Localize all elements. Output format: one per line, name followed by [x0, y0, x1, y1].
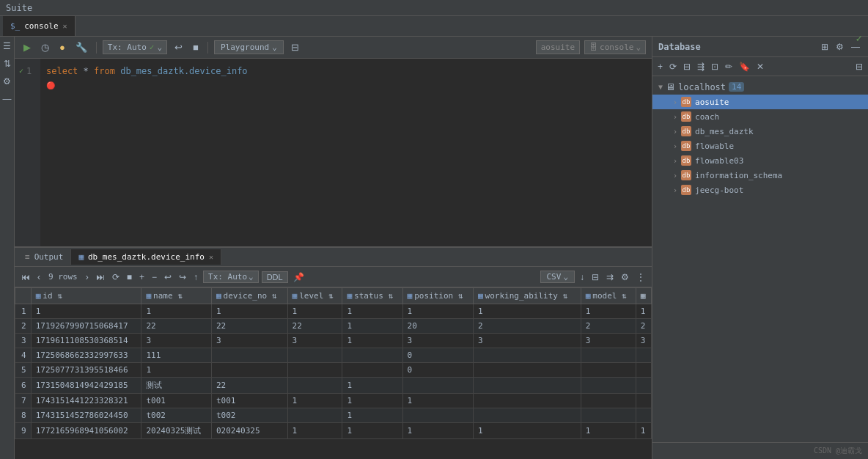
- remove-row-btn[interactable]: −: [150, 271, 159, 284]
- db-item-flowable03[interactable]: › db flowable03: [652, 153, 868, 168]
- cell-extra[interactable]: 1: [636, 304, 651, 319]
- cell-working_ability[interactable]: [473, 348, 581, 363]
- db-server-localhost[interactable]: ▼ 🖥 localhost 14: [652, 79, 868, 95]
- download-btn[interactable]: ↓: [578, 271, 586, 284]
- cell-id[interactable]: 1772165968941056002: [31, 423, 141, 439]
- db-bookmark-btn[interactable]: 🔖: [737, 60, 752, 73]
- cell-id[interactable]: 1725068662332997633: [31, 348, 141, 363]
- db-item-coach[interactable]: › db coach: [652, 109, 868, 124]
- user-console[interactable]: 🗄 console ⌄: [584, 40, 646, 54]
- tab-output[interactable]: ≡ Output: [18, 249, 71, 265]
- tab-console-close[interactable]: ✕: [63, 22, 67, 30]
- first-page-btn[interactable]: ⏮: [19, 271, 32, 284]
- redo-results-btn[interactable]: ↪: [177, 271, 188, 284]
- db-item-jeecg-boot[interactable]: › db jeecg-boot: [652, 183, 868, 197]
- db-item-aosuite[interactable]: › db aosuite: [652, 95, 868, 109]
- table-row[interactable]: 9177216596894105600220240325测试0202403251…: [15, 423, 652, 439]
- cell-position[interactable]: 0: [402, 363, 473, 378]
- undo-results-btn[interactable]: ↩: [162, 271, 174, 284]
- db-link-btn[interactable]: ⇶: [695, 60, 707, 73]
- up-btn[interactable]: ↑: [191, 271, 200, 284]
- table-row[interactable]: 417250686623329976331110: [15, 348, 652, 363]
- db-edit-btn[interactable]: ✏: [723, 60, 735, 73]
- table-row[interactable]: 81743151452786024450t002t0021: [15, 408, 652, 423]
- cell-extra[interactable]: 1: [636, 423, 651, 439]
- cell-working_ability[interactable]: 1: [473, 304, 581, 319]
- cell-status[interactable]: [342, 348, 402, 363]
- cell-device_no[interactable]: t002: [211, 408, 287, 423]
- cell-working_ability[interactable]: [473, 408, 581, 423]
- cell-name[interactable]: 22: [141, 319, 212, 334]
- refresh-btn[interactable]: ⟳: [110, 271, 122, 284]
- cell-name[interactable]: 111: [141, 348, 212, 363]
- cell-model[interactable]: [581, 394, 636, 408]
- cell-model[interactable]: 2: [581, 319, 636, 334]
- cell-level[interactable]: 1: [287, 394, 342, 408]
- db-item-information-schema[interactable]: › db information_schema: [652, 168, 868, 183]
- cell-working_ability[interactable]: [473, 378, 581, 394]
- cell-id[interactable]: 1719611108530368514: [31, 334, 141, 348]
- format-button[interactable]: 🔧: [73, 40, 90, 54]
- editor-content[interactable]: select * from db_mes_daztk.device_info 🔴: [40, 59, 652, 246]
- cell-name[interactable]: 3: [141, 334, 212, 348]
- cell-level[interactable]: [287, 363, 342, 378]
- cell-name[interactable]: 20240325测试: [141, 423, 212, 439]
- cell-level[interactable]: 22: [287, 319, 342, 334]
- more-results-btn[interactable]: ⋮: [634, 271, 647, 284]
- cell-level[interactable]: [287, 348, 342, 363]
- cell-device_no[interactable]: t001: [211, 394, 287, 408]
- table-row[interactable]: 61731504814942429185测试221: [15, 378, 652, 394]
- cell-level[interactable]: 1: [287, 304, 342, 319]
- table-row[interactable]: 21719267990715068417222222120222: [15, 319, 652, 334]
- cell-status[interactable]: 1: [342, 304, 402, 319]
- cell-extra[interactable]: [636, 363, 651, 378]
- cell-extra[interactable]: [636, 348, 651, 363]
- next-page-btn[interactable]: ›: [84, 271, 91, 284]
- cell-status[interactable]: 1: [342, 394, 402, 408]
- stop-results-btn[interactable]: ■: [125, 271, 134, 284]
- cell-extra[interactable]: 3: [636, 334, 651, 348]
- db-item-flowable[interactable]: › db flowable: [652, 139, 868, 153]
- cell-extra[interactable]: [636, 394, 651, 408]
- cell-device_no[interactable]: [211, 363, 287, 378]
- cell-level[interactable]: [287, 408, 342, 423]
- cell-name[interactable]: 1: [141, 304, 212, 319]
- cell-status[interactable]: [342, 363, 402, 378]
- cell-model[interactable]: 3: [581, 334, 636, 348]
- columns-btn[interactable]: ⇉: [604, 271, 616, 284]
- cell-position[interactable]: 0: [402, 348, 473, 363]
- cell-position[interactable]: 3: [402, 334, 473, 348]
- tab-table-close[interactable]: ✕: [209, 253, 213, 261]
- db-refresh-btn[interactable]: ⟳: [667, 60, 679, 73]
- tx-results-dropdown[interactable]: Tx: Auto ⌄: [203, 271, 259, 283]
- cell-status[interactable]: 1: [342, 334, 402, 348]
- table-row[interactable]: 1111111111: [15, 304, 652, 319]
- cell-position[interactable]: 20: [402, 319, 473, 334]
- cell-working_ability[interactable]: [473, 394, 581, 408]
- tab-console[interactable]: $_ console ✕: [3, 16, 76, 36]
- run-button[interactable]: ▶: [21, 40, 34, 54]
- cell-level[interactable]: 1: [287, 423, 342, 439]
- table-row[interactable]: 3171961110853036851433313333: [15, 334, 652, 348]
- cell-position[interactable]: 1: [402, 394, 473, 408]
- cell-model[interactable]: 1: [581, 423, 636, 439]
- add-row-btn[interactable]: +: [137, 271, 147, 284]
- last-page-btn[interactable]: ⏭: [94, 271, 107, 284]
- db-settings-btn[interactable]: ⚙: [834, 40, 846, 54]
- cell-id[interactable]: 1719267990715068417: [31, 319, 141, 334]
- cell-position[interactable]: 1: [402, 304, 473, 319]
- cell-extra[interactable]: [636, 378, 651, 394]
- cell-device_no[interactable]: 22: [211, 319, 287, 334]
- db-add-btn[interactable]: +: [655, 60, 665, 73]
- cell-extra[interactable]: [636, 408, 651, 423]
- cell-position[interactable]: [402, 408, 473, 423]
- cell-model[interactable]: [581, 408, 636, 423]
- pin-btn[interactable]: 📌: [291, 271, 306, 284]
- user-aosuite[interactable]: aosuite: [536, 40, 580, 54]
- cell-extra[interactable]: 2: [636, 319, 651, 334]
- cell-position[interactable]: [402, 378, 473, 394]
- cell-id[interactable]: 1: [31, 304, 141, 319]
- cell-name[interactable]: 1: [141, 363, 212, 378]
- tab-table[interactable]: ▦ db_mes_daztk.device_info ✕: [71, 249, 221, 265]
- cell-id[interactable]: 1743151452786024450: [31, 408, 141, 423]
